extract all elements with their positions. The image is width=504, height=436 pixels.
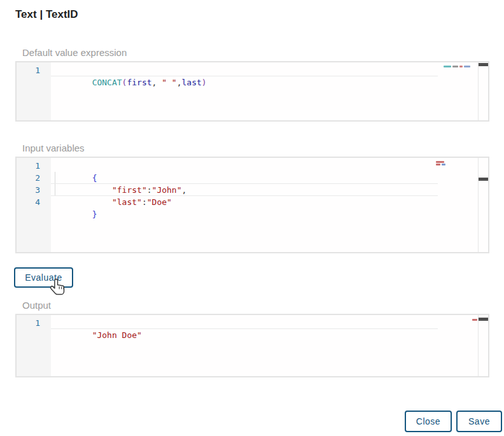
token-paren: )	[202, 78, 207, 87]
line-number-gutter: 1	[17, 315, 51, 376]
evaluate-button-label: Evaluate	[25, 272, 62, 283]
scrollbar-thumb[interactable]	[479, 318, 488, 321]
line-number: 1	[17, 160, 51, 172]
vertical-scrollbar[interactable]	[478, 62, 488, 120]
minimap-mark	[442, 164, 445, 165]
minimap[interactable]	[436, 161, 445, 165]
minimap-mark	[464, 66, 470, 67]
page-title: Text | TextID	[15, 8, 78, 21]
code-line[interactable]: CONCAT(first, " ",last)	[51, 64, 477, 76]
minimap-mark	[436, 164, 440, 165]
code-line[interactable]: "first":"John",	[51, 172, 477, 184]
input-code-area[interactable]: { "first":"John", "last":"Doe" }	[51, 158, 477, 252]
code-line[interactable]: {	[51, 160, 477, 172]
token-plain: ,	[177, 78, 182, 87]
minimap[interactable]	[444, 66, 470, 67]
code-line[interactable]: }	[51, 196, 477, 208]
output-code-area[interactable]: "John Doe"	[51, 315, 477, 376]
code-line[interactable]: "John Doe"	[51, 317, 477, 329]
scrollbar-thumb[interactable]	[479, 178, 488, 181]
code-line[interactable]: "last":"Doe"	[51, 184, 477, 196]
minimap-mark	[436, 161, 444, 163]
token-function: CONCAT	[92, 78, 122, 87]
expression-code-area[interactable]: CONCAT(first, " ",last)	[51, 62, 477, 120]
token-variable: last	[182, 78, 202, 87]
expression-editor-label: Default value expression	[22, 47, 127, 58]
scrollbar-thumb[interactable]	[479, 63, 488, 66]
token-plain: ,	[152, 78, 162, 87]
minimap[interactable]	[472, 319, 477, 321]
token-string: "John Doe"	[92, 330, 142, 340]
minimap-mark	[459, 66, 463, 67]
line-number-gutter: 1	[17, 62, 51, 120]
input-variables-editor[interactable]: 1 2 3 4 { "first":"John", "last":"Doe" }	[15, 157, 489, 253]
output-editor[interactable]: 1 "John Doe"	[15, 314, 489, 377]
vertical-scrollbar[interactable]	[478, 158, 488, 252]
expression-dialog: Text | TextID Default value expression 1…	[0, 0, 504, 436]
output-editor-label: Output	[22, 300, 51, 311]
close-button-label: Close	[416, 416, 440, 426]
line-number: 1	[17, 64, 51, 76]
line-number: 1	[17, 317, 51, 329]
save-button-label: Save	[468, 416, 490, 426]
input-editor-label: Input variables	[22, 143, 85, 153]
minimap-mark	[452, 66, 458, 67]
line-number: 2	[17, 172, 51, 184]
token-variable: first	[127, 78, 151, 87]
evaluate-button[interactable]: Evaluate	[14, 267, 73, 288]
token-string: " "	[162, 78, 176, 87]
close-button[interactable]: Close	[405, 411, 452, 432]
vertical-scrollbar[interactable]	[478, 315, 488, 376]
line-number: 4	[17, 196, 51, 208]
expression-editor[interactable]: 1 CONCAT(first, " ",last)	[15, 61, 489, 122]
line-number: 3	[17, 184, 51, 196]
minimap-mark	[444, 66, 451, 67]
line-number-gutter: 1 2 3 4	[17, 158, 51, 252]
token-brace: }	[92, 209, 97, 219]
minimap-mark	[472, 319, 477, 321]
save-button[interactable]: Save	[456, 411, 502, 432]
